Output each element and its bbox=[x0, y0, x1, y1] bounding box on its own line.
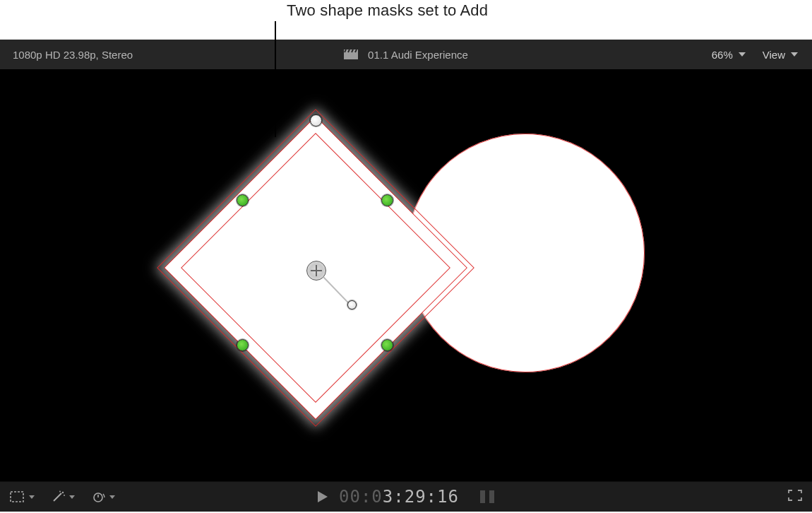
svg-line-7 bbox=[54, 493, 61, 501]
rotation-handle[interactable] bbox=[347, 300, 357, 309]
viewer-canvas[interactable] bbox=[0, 69, 812, 482]
chevron-down-icon bbox=[739, 52, 746, 57]
clapperboard-icon bbox=[344, 49, 358, 59]
callout-label: Two shape masks set to Add bbox=[287, 1, 488, 20]
view-menu[interactable]: View bbox=[763, 49, 798, 61]
mask-edge-handle[interactable] bbox=[381, 194, 393, 206]
zoom-menu[interactable]: 66% bbox=[712, 49, 746, 61]
svg-rect-6 bbox=[11, 492, 23, 502]
mask-edge-handle[interactable] bbox=[381, 339, 393, 351]
viewer-footer: 00:03:29:16 bbox=[0, 481, 812, 512]
chevron-down-icon bbox=[69, 495, 75, 499]
mask-corner-handle[interactable] bbox=[310, 114, 322, 126]
chevron-down-icon bbox=[109, 495, 115, 499]
fullscreen-button[interactable] bbox=[788, 491, 802, 503]
instructional-annotation: Two shape masks set to Add bbox=[0, 0, 812, 40]
timecode-value: 3:29:16 bbox=[383, 487, 459, 507]
svg-rect-0 bbox=[344, 52, 358, 59]
viewer-header: 1080p HD 23.98p, Stereo 01.1 Audi Experi… bbox=[0, 40, 812, 70]
timecode-display[interactable]: 00:03:29:16 bbox=[339, 487, 459, 507]
mask-edge-handle[interactable] bbox=[237, 339, 249, 351]
chevron-down-icon bbox=[29, 495, 35, 499]
svg-point-9 bbox=[59, 491, 61, 493]
video-frame bbox=[42, 74, 770, 473]
transform-crop-menu[interactable] bbox=[10, 491, 35, 502]
enhance-wand-menu[interactable] bbox=[52, 490, 75, 503]
clip-name-label[interactable]: 01.1 Audi Experience bbox=[368, 49, 468, 61]
svg-point-8 bbox=[62, 492, 64, 493]
retime-menu[interactable] bbox=[92, 491, 115, 502]
play-button[interactable] bbox=[318, 491, 328, 502]
loop-range-handles[interactable] bbox=[480, 490, 494, 503]
mask-edge-handle[interactable] bbox=[237, 194, 249, 206]
svg-point-10 bbox=[64, 495, 65, 496]
chevron-down-icon bbox=[791, 52, 798, 57]
zoom-value: 66% bbox=[712, 49, 733, 61]
viewer-panel: 1080p HD 23.98p, Stereo 01.1 Audi Experi… bbox=[0, 40, 812, 512]
timecode-prefix: 00:0 bbox=[339, 487, 383, 507]
callout-leader-line bbox=[275, 21, 276, 137]
view-label: View bbox=[763, 49, 785, 61]
